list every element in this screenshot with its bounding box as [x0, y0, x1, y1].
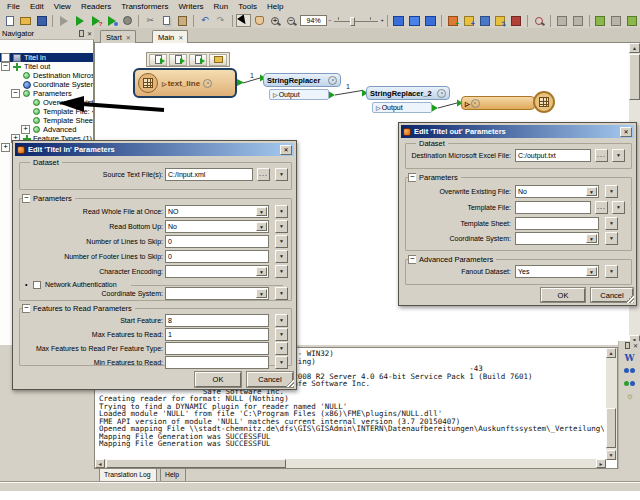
collapse-icon[interactable]: −: [1, 62, 10, 71]
open-server-icon[interactable]: [625, 14, 640, 27]
combo-arrow-icon[interactable]: ▼: [586, 187, 597, 196]
max-per-type-input[interactable]: [165, 342, 269, 355]
log-vertical-scrollbar[interactable]: ▲ ▼: [606, 348, 617, 460]
param-menu-button[interactable]: ▼: [275, 342, 288, 355]
open-file-icon[interactable]: [18, 14, 33, 27]
tab-start[interactable]: Start✕: [100, 30, 136, 43]
param-menu-button[interactable]: ▼: [275, 314, 288, 327]
scroll-right-icon[interactable]: ►: [596, 459, 606, 468]
pan-tool-icon[interactable]: [252, 14, 267, 27]
publish-to-server-icon[interactable]: [593, 14, 608, 27]
source-file-input[interactable]: C:/Input.xml: [165, 168, 253, 181]
tab-help[interactable]: Help: [160, 469, 186, 482]
param-menu-button[interactable]: ▼: [612, 149, 625, 162]
zoom-100-icon[interactable]: [407, 14, 422, 27]
log-settings-icon[interactable]: ☼: [623, 391, 637, 402]
scroll-up-icon[interactable]: ▲: [629, 43, 640, 53]
tab-translation-log[interactable]: Translation Log: [99, 469, 157, 482]
expand-icon[interactable]: +: [21, 125, 30, 134]
param-menu-button[interactable]: ▼: [612, 201, 625, 214]
redo-icon[interactable]: ↷: [213, 14, 228, 27]
template-sheet-input[interactable]: [515, 217, 599, 230]
dock-pin-icon[interactable]: [625, 342, 630, 349]
zoom-in-icon[interactable]: +: [268, 14, 283, 27]
param-menu-button[interactable]: ▼: [275, 356, 288, 369]
destination-file-input[interactable]: C:/output.txt: [515, 149, 591, 162]
param-menu-button[interactable]: ▼: [605, 232, 618, 245]
menu-file[interactable]: File: [2, 1, 25, 12]
tree-item-titel-out[interactable]: − Titel out: [0, 62, 94, 71]
close-icon[interactable]: ✕: [633, 342, 638, 349]
zoom-slider[interactable]: [332, 15, 379, 26]
menu-tools[interactable]: Tools: [233, 1, 262, 12]
fit-to-window-icon[interactable]: [391, 14, 406, 27]
node-stringreplacer-2[interactable]: StringReplacer_2: [366, 86, 450, 100]
close-tab-icon[interactable]: ✕: [126, 35, 131, 41]
save-file-icon[interactable]: [34, 14, 49, 27]
coordinate-system-combo[interactable]: ▼: [165, 287, 269, 300]
select-tool-icon[interactable]: [236, 14, 251, 27]
template-file-input[interactable]: [515, 201, 591, 214]
dock-pin-icon[interactable]: [79, 30, 84, 37]
add-annotation-icon[interactable]: ↴: [493, 14, 508, 27]
ok-button[interactable]: OK: [541, 288, 585, 302]
menu-run[interactable]: Run: [209, 1, 234, 12]
gear-icon[interactable]: [471, 99, 480, 108]
ok-button[interactable]: OK: [195, 372, 241, 387]
param-menu-button[interactable]: ▼: [275, 287, 288, 300]
zoom-out-icon[interactable]: −: [283, 14, 298, 27]
menu-help[interactable]: Help: [262, 1, 288, 12]
new-file-icon[interactable]: [3, 14, 18, 27]
expand-icon[interactable]: +: [1, 143, 10, 152]
undo-icon[interactable]: ↶: [197, 14, 212, 27]
collapse-icon[interactable]: −: [11, 89, 20, 98]
close-icon[interactable]: ✕: [620, 127, 632, 137]
resize-grip[interactable]: [285, 378, 294, 387]
prompt-and-run-icon[interactable]: ?: [89, 14, 104, 27]
zoom-to-selected-icon[interactable]: [423, 14, 438, 27]
add-reader-icon[interactable]: +: [446, 14, 461, 27]
close-icon[interactable]: ✕: [280, 145, 292, 155]
footer-skip-input[interactable]: 0: [165, 250, 269, 263]
lines-skip-input[interactable]: 0: [165, 235, 269, 248]
close-icon[interactable]: ✕: [87, 30, 92, 37]
run-disabled-icon[interactable]: [57, 14, 72, 27]
tile-vertical-icon[interactable]: [570, 14, 585, 27]
add-writer-icon[interactable]: +: [461, 14, 476, 27]
browse-dataset-icon[interactable]: [209, 54, 227, 66]
browse-button[interactable]: ...: [257, 168, 270, 181]
writer-feature-type-icon[interactable]: [533, 91, 555, 113]
combo-arrow-icon[interactable]: ▼: [256, 289, 267, 298]
find-next-icon[interactable]: [623, 378, 637, 389]
coordinate-system-combo[interactable]: ▼: [515, 232, 599, 245]
cut-icon[interactable]: ✂: [143, 14, 158, 27]
scrollbar-thumb[interactable]: [629, 54, 640, 100]
param-menu-button[interactable]: ▼: [605, 185, 618, 198]
close-tab-icon[interactable]: ✕: [178, 35, 183, 41]
port-output-stringreplacer-2[interactable]: ▷Output: [372, 102, 432, 113]
tab-main[interactable]: Main✕: [152, 30, 188, 43]
zoom-plus-icon[interactable]: +: [381, 18, 384, 23]
fanout-combo[interactable]: Yes▼: [515, 265, 599, 278]
stop-translation-icon[interactable]: [120, 14, 135, 27]
node-stringreplacer[interactable]: StringReplacer: [263, 73, 341, 87]
scrollbar-thumb[interactable]: [606, 408, 616, 448]
param-menu-button[interactable]: ▼: [275, 235, 288, 248]
run-translation-icon[interactable]: [73, 14, 88, 27]
download-from-server-icon[interactable]: [609, 14, 624, 27]
param-menu-button[interactable]: ▼: [275, 220, 288, 233]
scroll-left-icon[interactable]: ◄: [95, 459, 105, 468]
char-encoding-combo[interactable]: ▼: [165, 265, 269, 278]
menu-writers[interactable]: Writers: [173, 1, 208, 12]
menu-edit[interactable]: Edit: [25, 1, 49, 12]
gear-icon[interactable]: [203, 79, 212, 88]
scroll-up-icon[interactable]: ▲: [606, 348, 616, 358]
port-output-stringreplacer[interactable]: ▷Output: [269, 89, 329, 100]
overwrite-combo[interactable]: No▼: [515, 185, 599, 198]
zoom-level-select[interactable]: 94%: [300, 15, 328, 26]
scroll-down-icon[interactable]: ▼: [606, 450, 616, 460]
read-bottom-combo[interactable]: No▼: [165, 220, 269, 233]
tile-horizontal-icon[interactable]: [554, 14, 569, 27]
combo-arrow-icon[interactable]: ▼: [256, 207, 267, 216]
resize-grip[interactable]: [625, 294, 634, 303]
